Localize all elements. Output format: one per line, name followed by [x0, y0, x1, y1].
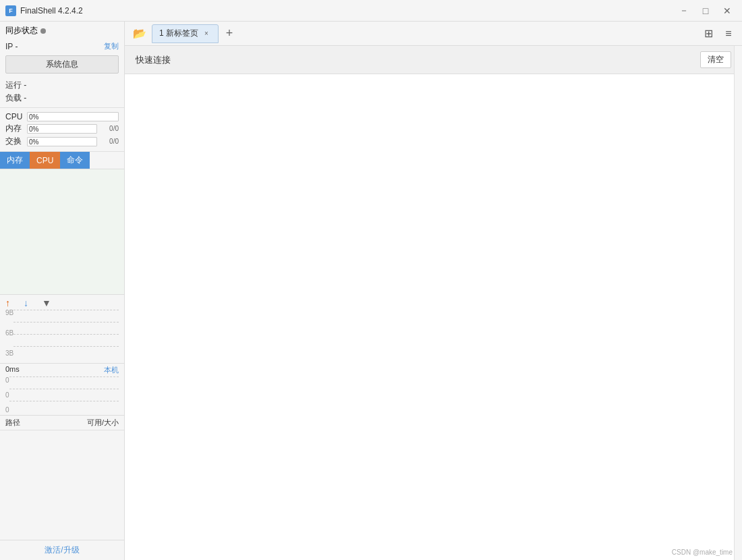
network-section: ↑ ↓ ▼ 9B 6B 3B: [0, 294, 124, 363]
net-section-inner: 9B 6B 3B: [5, 310, 119, 360]
cpu-label: CPU: [5, 112, 27, 121]
sys-info-button[interactable]: 系统信息: [5, 55, 119, 74]
copy-ip-button[interactable]: 复制: [104, 41, 119, 51]
net-chart-area: [13, 310, 119, 360]
window-controls: － □ ✕: [675, 4, 737, 18]
net-menu-arrow[interactable]: ▼: [42, 298, 51, 308]
minimize-button[interactable]: －: [675, 4, 693, 18]
toolbar-right: ⊞ ≡: [700, 26, 737, 42]
tab-memory[interactable]: 内存: [0, 152, 30, 169]
ping-label: 0ms: [5, 365, 20, 375]
sidebar: 同步状态 IP - 复制 系统信息 运行 - 负载 - CPU 0%: [0, 22, 125, 560]
cpu-row: CPU 0%: [5, 112, 119, 121]
net-scale-9b: 9B: [5, 310, 13, 316]
net-dotted-3: [13, 334, 119, 346]
tab-close-button[interactable]: ×: [202, 29, 211, 38]
add-tab-button[interactable]: +: [221, 26, 237, 42]
cpu-value: 0%: [29, 113, 38, 121]
net-scale-3b: 3B: [5, 350, 13, 357]
sync-dot: [40, 28, 46, 34]
grid-button[interactable]: ⊞: [700, 26, 716, 42]
ping-section: 0ms 本机 0 0 0: [0, 363, 124, 415]
ping-section-inner: 0 0 0: [5, 376, 119, 414]
ping-dotted-1: [9, 376, 119, 389]
network-header: ↑ ↓ ▼: [5, 298, 119, 308]
tab-cpu[interactable]: CPU: [30, 152, 60, 169]
net-dotted-2: [13, 322, 119, 334]
disk-header: 路径 可用/大小: [0, 416, 124, 430]
net-dotted-1: [13, 310, 119, 322]
tab-command[interactable]: 命令: [60, 152, 90, 169]
run-load-section: 运行 - 负载 -: [0, 76, 124, 108]
load-label: 负载 -: [5, 92, 119, 105]
title-bar: F FinalShell 4.2.4.2 － □ ✕: [0, 0, 742, 22]
folder-button[interactable]: 📂: [130, 26, 149, 42]
quick-connect-bar: 快速连接 清空: [125, 46, 742, 74]
main-body: 快速连接 清空 CSDN @make_time: [125, 46, 742, 560]
clear-button[interactable]: 清空: [700, 51, 731, 68]
main-content: 📂 1 新标签页 × + ⊞ ≡ 快速连接 清空: [125, 22, 742, 560]
activate-button[interactable]: 激活/升级: [45, 544, 79, 556]
swap-row: 交换 0% 0/0: [5, 136, 119, 147]
app-icon: F: [5, 5, 16, 16]
ip-label: IP -: [5, 42, 18, 51]
main-toolbar: 📂 1 新标签页 × + ⊞ ≡: [125, 22, 742, 46]
folder-icon: 📂: [133, 27, 146, 40]
ping-header: 0ms 本机: [5, 365, 119, 375]
monitor-chart: [0, 169, 124, 293]
disk-section: 路径 可用/大小: [0, 415, 124, 540]
ip-row: IP - 复制: [0, 40, 124, 53]
close-button[interactable]: ✕: [718, 4, 737, 18]
ping-chart-area: [9, 376, 119, 414]
mem-extra: 0/0: [98, 125, 119, 132]
monitor-tabs: 内存 CPU 命令: [0, 152, 124, 169]
disk-col-avail-label: 可用/大小: [87, 418, 119, 428]
mem-value: 0%: [29, 125, 38, 134]
ping-dotted-2: [9, 389, 119, 401]
ping-dotted-3: [9, 401, 119, 413]
swap-label: 交换: [5, 136, 27, 147]
app-body: 同步状态 IP - 复制 系统信息 运行 - 负载 - CPU 0%: [0, 22, 742, 560]
mem-label: 内存: [5, 123, 27, 134]
sync-status-row: 同步状态: [0, 22, 124, 40]
quick-connect-label: 快速连接: [136, 54, 700, 66]
tab-label: 1 新标签页: [159, 28, 198, 39]
net-download-arrow: ↓: [24, 298, 28, 308]
net-upload-arrow: ↑: [5, 298, 10, 308]
disk-col-path-label: 路径: [5, 418, 87, 428]
app-title: FinalShell 4.2.4.2: [20, 6, 675, 16]
cpu-bar: 0%: [27, 112, 119, 121]
swap-value: 0%: [29, 138, 38, 146]
net-scale: 9B 6B 3B: [5, 310, 13, 357]
ping-local-label: 本机: [104, 365, 119, 375]
watermark: CSDN @make_time: [672, 549, 733, 556]
maximize-button[interactable]: □: [696, 4, 715, 18]
mem-row: 内存 0% 0/0: [5, 123, 119, 134]
net-scale-6b: 6B: [5, 330, 13, 337]
run-label: 运行 -: [5, 79, 119, 92]
sync-status-label: 同步状态: [5, 25, 38, 36]
net-dotted-4: [13, 346, 119, 358]
sidebar-bottom: 激活/升级: [0, 540, 124, 560]
tab-new-page[interactable]: 1 新标签页 ×: [152, 24, 219, 43]
swap-extra: 0/0: [98, 138, 119, 145]
net-arrows: ↑ ↓ ▼: [5, 298, 51, 308]
menu-button[interactable]: ≡: [720, 26, 737, 42]
swap-bar: 0%: [27, 137, 97, 146]
right-scrollbar: [734, 46, 742, 560]
resource-section: CPU 0% 内存 0% 0/0 交换 0%: [0, 108, 124, 152]
mem-bar: 0%: [27, 124, 97, 134]
tabs-bar: 1 新标签页 × +: [152, 24, 697, 43]
